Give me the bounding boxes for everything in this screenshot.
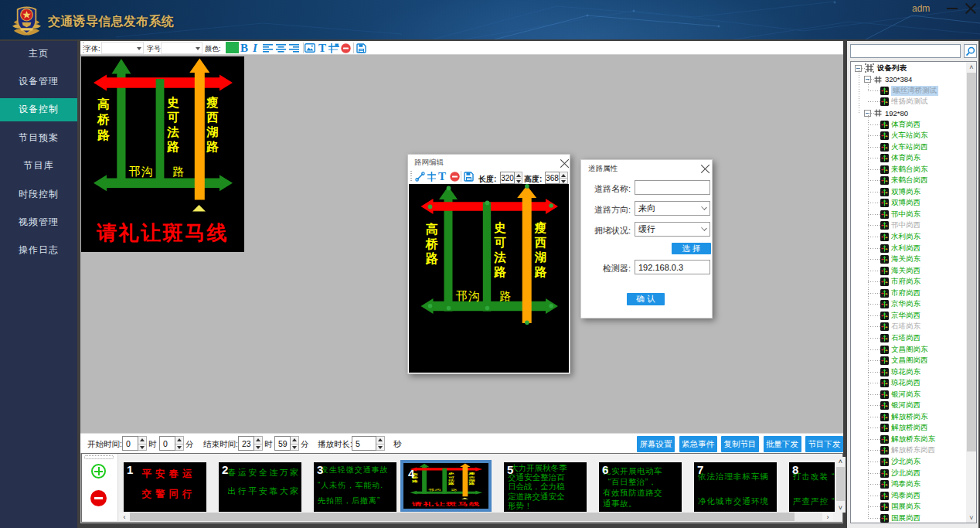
spinner-arrows[interactable] [175, 436, 184, 451]
color-swatch[interactable] [226, 42, 239, 53]
jam-status-select[interactable]: 缓行 [635, 222, 710, 237]
device-group-icon [874, 76, 882, 83]
roadnet-close-icon[interactable] [560, 158, 570, 168]
add-program-button[interactable] [91, 464, 106, 479]
length-value[interactable]: 320 [500, 172, 515, 184]
tree-device-item[interactable]: 维扬岗测试 [851, 97, 965, 108]
align-left-button[interactable] [263, 41, 273, 55]
spinner-arrows[interactable] [515, 172, 522, 184]
svg-text:请礼让斑马线: 请礼让斑马线 [96, 221, 229, 244]
device-icon [880, 154, 889, 162]
save-button[interactable] [356, 41, 366, 55]
minimize-icon[interactable] [947, 8, 958, 9]
end-hour-spinner[interactable]: 23 [238, 436, 263, 451]
program-thumbnail-1[interactable]: 平安春运交警同行1 [124, 462, 206, 512]
scrollbar-thumb[interactable] [836, 467, 845, 501]
delete-program-button[interactable] [90, 490, 107, 506]
panel-grip[interactable] [84, 455, 114, 459]
scroll-left-icon[interactable]: ‹ [119, 513, 130, 521]
duration-spinner[interactable]: 5 [352, 436, 385, 451]
start-minute-value[interactable]: 0 [159, 436, 175, 451]
program-thumbnail-4[interactable]: 高桥路史可法路瘦西湖路邗沟路请礼让斑马线4 [400, 460, 492, 512]
sidebar-item-operation-log[interactable]: 操作日志 [0, 239, 77, 262]
device-icon [880, 480, 889, 489]
device-search-button[interactable] [964, 44, 977, 58]
scroll-down-icon[interactable]: ˅ [835, 503, 846, 513]
length-spinner[interactable]: 320 [500, 172, 522, 184]
sidebar-item-device-control[interactable]: 设备控制 [0, 98, 77, 121]
crossing-tool-button[interactable] [427, 169, 436, 183]
align-center-button[interactable] [276, 41, 286, 55]
detector-input[interactable]: 192.168.0.3 [635, 260, 710, 274]
tree-root[interactable]: 设备列表 [851, 63, 965, 74]
device-search-input[interactable] [850, 44, 961, 58]
scrollbar-thumb[interactable] [130, 513, 795, 521]
road-direction-select[interactable]: 来向 [635, 201, 710, 216]
program-thumbnail-2[interactable]: 春运安全连万家出行平安靠大家2 [219, 462, 301, 512]
program-thumbnail-5[interactable]: 大力开展秋冬季交通安全整治百日会战，全力稳定道路交通安全形势！5 [504, 462, 587, 512]
tree-device-label: 来鹤台岗西 [891, 175, 928, 186]
road-name-input[interactable] [635, 180, 710, 195]
duration-value[interactable]: 5 [352, 436, 376, 451]
roadnet-edit-canvas[interactable]: 高桥路史可法路瘦西湖路邗沟路 [409, 184, 569, 373]
sidebar-item-time-control[interactable]: 时段控制 [0, 182, 77, 206]
scrollbar-thumb[interactable] [967, 73, 976, 451]
spinner-arrows[interactable] [560, 172, 568, 184]
spinner-arrows[interactable] [138, 436, 147, 451]
action-button-2[interactable]: 复制节目 [721, 436, 759, 452]
scroll-up-icon[interactable]: ˄ [966, 62, 977, 72]
end-hour-value[interactable]: 23 [238, 436, 254, 451]
program-thumbnail-8[interactable]: 打击改装 “炸严查严控 “机8 [789, 462, 835, 512]
sidebar-item-device-management[interactable]: 设备管理 [0, 70, 77, 93]
scroll-down-icon[interactable]: ˅ [966, 513, 977, 523]
end-minute-spinner[interactable]: 59 [274, 436, 299, 451]
font-size-select[interactable] [161, 42, 202, 54]
led-screen-canvas[interactable]: 高桥路史可法路瘦西湖路邗沟路请礼让斑马线 [81, 56, 244, 252]
scroll-up-icon[interactable]: ˄ [835, 457, 846, 466]
svg-text:路: 路 [411, 480, 419, 484]
action-button-3[interactable]: 批量下发 [764, 436, 801, 452]
thumbnails-horizontal-scrollbar[interactable]: ‹ › [119, 513, 833, 521]
spinner-arrows[interactable] [254, 436, 263, 451]
save-button[interactable] [464, 169, 474, 183]
insert-image-button[interactable] [305, 41, 315, 55]
tree-device-label: 鸿泰岗西 [891, 491, 920, 501]
start-minute-spinner[interactable]: 0 [159, 436, 184, 451]
start-hour-spinner[interactable]: 0 [122, 436, 147, 451]
program-thumbnail-6[interactable]: 扎实开展电动车 “百日整治”，有效预防道路交通事故。6 [599, 462, 682, 512]
confirm-button[interactable]: 确 认 [627, 293, 665, 305]
sidebar-item-video-management[interactable]: 视频管理 [0, 210, 77, 233]
spinner-arrows[interactable] [376, 436, 385, 451]
action-button-0[interactable]: 屏幕设置 [637, 436, 675, 452]
sidebar-item-home[interactable]: 主页 [0, 42, 77, 65]
program-thumbnail-7[interactable]: 依法治理非标车辆净化城市交通环境7 [694, 462, 777, 512]
align-right-button[interactable] [289, 41, 299, 55]
text-tool-button[interactable]: T [438, 169, 446, 183]
device-icon [880, 368, 889, 376]
action-button-1[interactable]: 紧急事件 [679, 436, 717, 452]
stop-tool-button[interactable] [450, 169, 460, 183]
end-minute-value[interactable]: 59 [274, 436, 291, 451]
spinner-arrows[interactable] [291, 436, 299, 451]
stop-tool-button[interactable] [341, 41, 351, 55]
close-icon[interactable] [965, 2, 976, 14]
height-value[interactable]: 368 [545, 172, 560, 184]
height-spinner[interactable]: 368 [545, 172, 568, 184]
text-tool-button[interactable]: T [318, 41, 326, 55]
italic-button[interactable]: I [253, 41, 257, 55]
scroll-right-icon[interactable]: › [822, 513, 833, 521]
draw-road-button[interactable] [415, 169, 425, 183]
start-hour-value[interactable]: 0 [122, 436, 138, 451]
bold-button[interactable]: B [240, 41, 248, 55]
sidebar-item-program-plan[interactable]: 节目预案 [0, 126, 77, 149]
font-family-select[interactable] [101, 42, 144, 54]
program-thumbnail-3[interactable]: 发生轻微交通事故“人未伤，车能动.先拍照，后撤离”3 [314, 462, 396, 512]
action-button-4[interactable]: 节目下发 [805, 436, 843, 452]
sidebar-item-program-library[interactable]: 节目库 [0, 155, 77, 178]
props-close-icon[interactable] [701, 164, 710, 173]
tree-vertical-scrollbar[interactable]: ˄ ˅ [966, 62, 977, 523]
toolbar-grip[interactable] [410, 171, 412, 182]
thumbnails-vertical-scrollbar[interactable]: ˄ ˅ [835, 457, 846, 513]
road-tool-button[interactable] [328, 41, 339, 55]
select-button[interactable]: 选 择 [672, 243, 711, 254]
